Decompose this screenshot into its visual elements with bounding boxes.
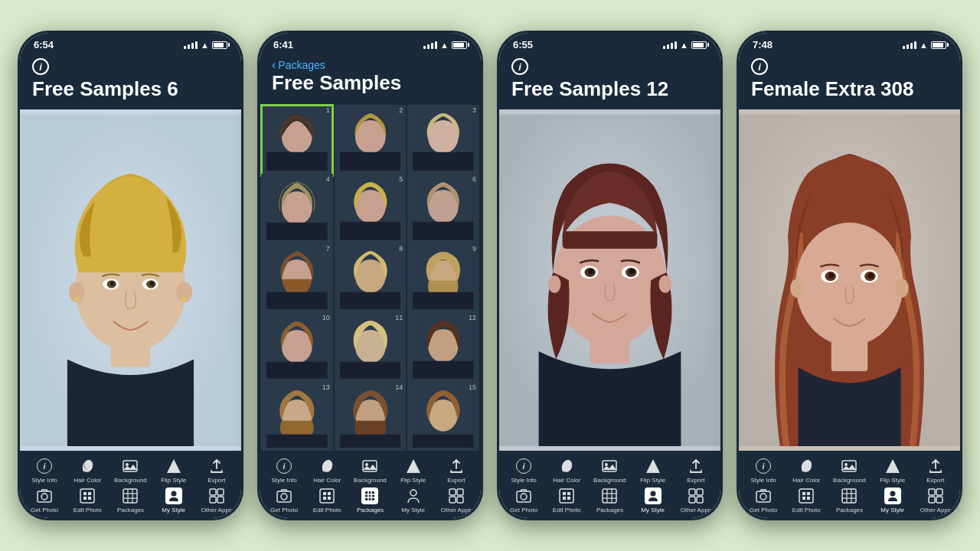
battery-icon-2 xyxy=(452,41,467,49)
style-info-btn-4[interactable]: i Style Info xyxy=(746,457,780,484)
svg-marker-15 xyxy=(167,459,181,473)
wifi-icon-4: ▲ xyxy=(920,41,928,50)
get-photo-btn-3[interactable]: Get Photo xyxy=(507,487,541,514)
svg-point-106 xyxy=(588,269,593,274)
grid-item-7[interactable]: 7 xyxy=(261,243,333,315)
background-label-2: Background xyxy=(354,477,387,484)
background-btn-4[interactable]: Background xyxy=(832,457,866,484)
other-apps-btn-3[interactable]: Other Apps xyxy=(679,487,713,514)
flip-style-btn-2[interactable]: Flip Style xyxy=(397,457,430,484)
packages-label-2: Packages xyxy=(357,507,384,514)
svg-rect-22 xyxy=(88,497,91,500)
svg-rect-74 xyxy=(340,434,401,448)
get-photo-icon-3 xyxy=(514,487,533,505)
svg-rect-71 xyxy=(266,434,328,448)
export-label-4: Export xyxy=(926,477,944,484)
packages-btn-1[interactable]: Packages xyxy=(113,487,147,514)
svg-point-7 xyxy=(110,281,115,285)
other-apps-btn-4[interactable]: Other Apps xyxy=(919,487,952,514)
hair-color-btn-1[interactable]: Hair Color xyxy=(70,457,104,484)
info-icon-1[interactable]: i xyxy=(32,58,49,75)
get-photo-btn-2[interactable]: Get Photo xyxy=(267,487,301,514)
flip-style-btn-4[interactable]: Flip Style xyxy=(876,457,910,484)
export-btn-3[interactable]: Export xyxy=(679,457,713,484)
edit-photo-icon-4 xyxy=(797,487,815,505)
svg-rect-21 xyxy=(83,497,87,500)
packages-btn-3[interactable]: Packages xyxy=(593,487,626,514)
toolbar-1: i Style Info Hair Color Background xyxy=(20,451,241,518)
style-info-btn-3[interactable]: i Style Info xyxy=(507,457,541,484)
svg-rect-87 xyxy=(328,497,331,500)
grid-item-10[interactable]: 10 xyxy=(261,312,333,384)
flip-style-icon-2 xyxy=(404,457,423,475)
portrait-display-4 xyxy=(739,109,960,451)
grid-item-6[interactable]: 6 xyxy=(407,174,479,246)
back-nav-2[interactable]: ‹ Packages xyxy=(272,58,469,72)
edit-photo-btn-2[interactable]: Edit Photo xyxy=(310,487,344,514)
packages-btn-4[interactable]: Packages xyxy=(832,487,866,514)
my-style-btn-2[interactable]: My Style xyxy=(397,487,430,514)
grid-item-11[interactable]: 11 xyxy=(335,312,407,384)
battery-icon-4 xyxy=(931,41,946,49)
grid-item-2[interactable]: 2 xyxy=(335,105,407,177)
flip-style-btn-3[interactable]: Flip Style xyxy=(636,457,670,484)
svg-rect-23 xyxy=(123,489,137,503)
background-icon-3 xyxy=(600,457,619,475)
grid-item-3[interactable]: 3 xyxy=(407,105,479,177)
my-style-btn-4[interactable]: My Style xyxy=(876,487,910,514)
grid-item-13[interactable]: 13 xyxy=(261,382,333,451)
export-btn-1[interactable]: Export xyxy=(200,457,234,484)
svg-rect-115 xyxy=(560,489,573,503)
status-indicators-3: ▲ xyxy=(663,41,707,50)
flip-style-label-3: Flip Style xyxy=(640,477,665,484)
grid-item-14[interactable]: 14 xyxy=(335,382,407,451)
other-apps-label-2: Other Apps xyxy=(441,507,472,514)
export-btn-4[interactable]: Export xyxy=(919,457,952,484)
export-btn-2[interactable]: Export xyxy=(439,457,473,484)
edit-photo-icon-2 xyxy=(318,487,336,505)
svg-rect-32 xyxy=(217,497,224,503)
hair-color-btn-4[interactable]: Hair Color xyxy=(789,457,823,484)
background-btn-3[interactable]: Background xyxy=(593,457,626,484)
background-icon-1 xyxy=(121,457,139,475)
svg-marker-112 xyxy=(646,459,660,473)
info-icon-3[interactable]: i xyxy=(511,58,528,75)
svg-rect-16 xyxy=(38,491,51,502)
get-photo-btn-1[interactable]: Get Photo xyxy=(28,487,61,514)
grid-item-12[interactable]: 12 xyxy=(407,312,479,384)
svg-rect-38 xyxy=(340,152,401,171)
grid-item-9[interactable]: 9 xyxy=(407,243,479,315)
other-apps-btn-1[interactable]: Other Apps xyxy=(200,487,234,514)
edit-photo-btn-4[interactable]: Edit Photo xyxy=(789,487,823,514)
other-apps-label-1: Other Apps xyxy=(201,507,232,514)
hair-color-btn-3[interactable]: Hair Color xyxy=(550,457,583,484)
grid-item-8[interactable]: 8 xyxy=(335,243,407,315)
style-info-icon-3: i xyxy=(516,458,531,474)
background-btn-1[interactable]: Background xyxy=(113,457,147,484)
hair-color-btn-2[interactable]: Hair Color xyxy=(310,457,344,484)
svg-rect-65 xyxy=(340,362,401,379)
grid-item-1[interactable]: 1 xyxy=(261,105,333,177)
packages-btn-2[interactable]: Packages xyxy=(353,487,387,514)
svg-rect-83 xyxy=(320,489,334,503)
edit-photo-btn-3[interactable]: Edit Photo xyxy=(550,487,583,514)
status-indicators-2: ▲ xyxy=(423,41,467,50)
other-apps-btn-2[interactable]: Other Apps xyxy=(439,487,473,514)
grid-item-5[interactable]: 5 xyxy=(335,174,407,246)
grid-item-15[interactable]: 15 xyxy=(407,382,479,451)
background-btn-2[interactable]: Background xyxy=(353,457,387,484)
flip-style-icon-1 xyxy=(165,457,183,475)
svg-point-139 xyxy=(790,279,805,298)
flip-style-label-4: Flip Style xyxy=(880,477,905,484)
style-info-btn-2[interactable]: i Style Info xyxy=(267,457,301,484)
my-style-btn-3[interactable]: My Style xyxy=(636,487,670,514)
info-icon-4[interactable]: i xyxy=(751,58,768,75)
svg-point-125 xyxy=(650,491,655,497)
flip-style-btn-1[interactable]: Flip Style xyxy=(157,457,191,484)
edit-photo-btn-1[interactable]: Edit Photo xyxy=(70,487,104,514)
my-style-btn-1[interactable]: My Style xyxy=(157,487,191,514)
get-photo-btn-4[interactable]: Get Photo xyxy=(746,487,780,514)
grid-item-4[interactable]: 4 xyxy=(261,174,333,246)
svg-point-93 xyxy=(410,490,416,496)
style-info-btn-1[interactable]: i Style Info xyxy=(28,457,61,484)
